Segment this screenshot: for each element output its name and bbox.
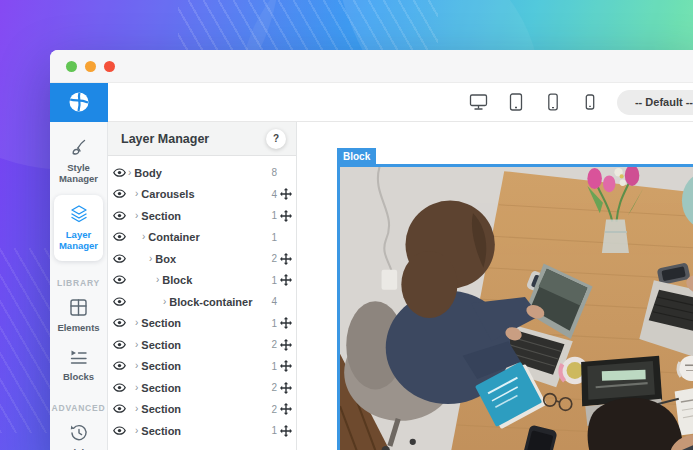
layer-name: Container [148,231,266,243]
visibility-eye-icon[interactable] [113,404,126,414]
device-mobile-button[interactable] [542,91,564,113]
layer-count: 1 [266,275,277,286]
sidebar-item-label: Style Manager [52,162,105,185]
sidebar-section-library: LIBRARY [50,274,107,290]
visibility-eye-icon[interactable] [113,383,126,393]
visibility-eye-icon[interactable] [113,189,126,199]
move-handle-icon[interactable] [280,210,293,222]
layer-row[interactable]: › Section 2 [108,399,296,421]
visibility-eye-icon[interactable] [113,275,126,285]
traffic-light-yellow[interactable] [85,61,96,72]
left-icon-sidebar: Style Manager Layer Manager LIBRARY Elem… [50,122,108,450]
layer-row[interactable]: › Section 1 [108,205,296,227]
move-handle-icon[interactable] [280,188,293,200]
layers-icon [69,204,89,224]
sidebar-item-layer-manager[interactable]: Layer Manager [54,195,103,261]
visibility-eye-icon[interactable] [113,361,126,371]
selected-block-badge: Block [337,148,376,164]
layer-row[interactable]: › Section 2 [108,377,296,399]
layer-name: Block-container [169,296,266,308]
sidebar-item-revisions[interactable]: Revisions [50,415,107,450]
layer-name: Section [141,382,266,394]
app-toolbar: -- Default -- [50,83,693,122]
layer-name: Block [162,274,266,286]
layer-count: 1 [266,425,277,436]
layer-count: 1 [266,361,277,372]
device-desktop-button[interactable] [467,91,490,113]
visibility-eye-icon[interactable] [113,211,126,221]
paintbrush-icon [69,138,88,157]
visibility-eye-icon[interactable] [113,232,126,242]
layer-row[interactable]: › Block-container 4 [108,291,296,313]
move-handle-icon[interactable] [280,274,293,286]
layer-count: 1 [266,210,277,221]
layer-count: 1 [266,318,277,329]
layer-name: Section [141,360,266,372]
desktop-icon [469,93,488,111]
mobile-small-icon [581,93,599,111]
move-handle-icon[interactable] [280,403,293,415]
window-titlebar [50,50,693,83]
layer-name: Section [141,317,266,329]
layer-name: Section [141,339,266,351]
visibility-eye-icon[interactable] [113,340,126,350]
layer-count: 2 [266,404,277,415]
layer-count: 2 [266,339,277,350]
layer-row[interactable]: › Block 1 [108,270,296,292]
layer-name: Section [141,425,266,437]
sidebar-item-blocks[interactable]: Blocks [50,341,107,390]
selected-block-element[interactable] [337,164,693,450]
layer-row[interactable]: › Section 1 [108,356,296,378]
move-handle-icon[interactable] [280,360,293,372]
device-tablet-button[interactable] [505,91,527,113]
hero-photo [340,167,693,450]
mobile-icon [544,93,562,111]
layer-count: 4 [266,189,277,200]
layer-count: 2 [266,253,277,264]
visibility-eye-icon[interactable] [113,168,126,178]
traffic-light-red[interactable] [104,61,115,72]
visibility-eye-icon[interactable] [113,254,126,264]
layer-manager-panel: Layer Manager ? › Body 8 › Caro [108,122,297,450]
editor-canvas[interactable]: Block [297,122,693,450]
sidebar-section-advanced: ADVANCED [50,399,107,415]
sidebar-item-label: Blocks [63,371,94,382]
traffic-light-green[interactable] [66,61,77,72]
sidebar-item-label: Layer Manager [56,229,101,252]
device-preset-dropdown[interactable]: -- Default -- [617,90,693,115]
layer-list: › Body 8 › Carousels 4 [108,156,296,442]
sidebar-item-elements[interactable]: Elements [50,290,107,341]
move-handle-icon[interactable] [280,382,293,394]
move-handle-icon[interactable] [280,317,293,329]
layer-row[interactable]: › Section 2 [108,334,296,356]
layer-count: 4 [266,296,277,307]
move-handle-icon[interactable] [280,339,293,351]
leaf-logo-icon [66,89,92,115]
layer-row[interactable]: › Container 1 [108,227,296,249]
layer-row[interactable]: › Section 1 [108,313,296,335]
app-logo[interactable] [50,83,108,122]
layer-name: Section [141,403,266,415]
layer-row[interactable]: › Section 1 [108,420,296,442]
layer-row[interactable]: › Body 8 [108,162,296,184]
layer-name: Box [155,253,266,265]
layer-count: 8 [266,167,277,178]
help-button[interactable]: ? [266,129,286,149]
move-handle-icon[interactable] [280,425,293,437]
sidebar-item-label: Elements [57,322,99,333]
layer-row[interactable]: › Box 2 [108,248,296,270]
move-handle-icon[interactable] [280,253,293,265]
sidebar-item-style-manager[interactable]: Style Manager [50,130,107,193]
browser-window: -- Default -- Style Manager Layer Manage… [50,50,693,450]
panel-title: Layer Manager [121,132,209,146]
device-mobile-small-button[interactable] [579,91,601,113]
tablet-icon [507,93,525,111]
layer-manager-header: Layer Manager ? [108,122,296,156]
visibility-eye-icon[interactable] [113,318,126,328]
layer-name: Carousels [141,188,266,200]
history-icon [69,423,88,442]
visibility-eye-icon[interactable] [113,297,126,307]
block-list-icon [69,349,88,366]
visibility-eye-icon[interactable] [113,426,126,436]
layer-row[interactable]: › Carousels 4 [108,184,296,206]
